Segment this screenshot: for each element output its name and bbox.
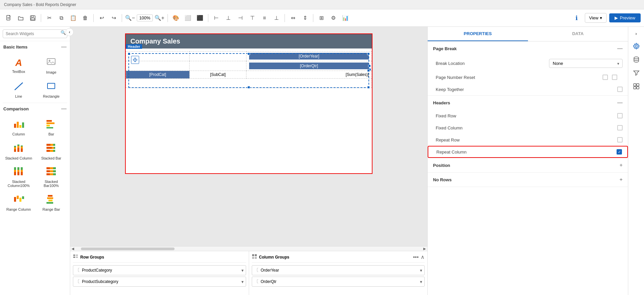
align-middle-btn[interactable]: ≡ <box>259 13 270 23</box>
data-tab-label: DATA <box>572 31 583 36</box>
svg-rect-26 <box>21 145 23 146</box>
scroll-left-btn[interactable]: ◀ <box>72 247 74 251</box>
undo-btn[interactable]: ↩ <box>96 13 107 23</box>
fixed-column-checkbox[interactable] <box>617 125 623 130</box>
data-source-btn[interactable]: 📊 <box>340 13 351 23</box>
col-group-2[interactable]: 〔 OrderQtr ▾ <box>252 277 425 287</box>
help-btn[interactable]: ℹ <box>571 13 582 23</box>
headers-collapse-btn[interactable]: — <box>617 100 623 106</box>
prodcat-cell[interactable]: [ProdCat] <box>126 71 190 79</box>
scroll-thumb[interactable] <box>81 248 175 250</box>
position-collapse-btn[interactable]: + <box>620 162 623 168</box>
layout-btn[interactable]: ⊞ <box>316 13 327 23</box>
page-break-collapse-btn[interactable]: — <box>617 45 623 52</box>
paste-btn[interactable]: 📋 <box>68 13 79 23</box>
move-handle[interactable] <box>131 56 139 64</box>
sumsales-cell[interactable]: [Sum(Sales)] <box>246 71 372 79</box>
widget-stacked-bar[interactable]: Stacked Bar <box>35 140 68 163</box>
col-groups-more-btn[interactable]: ••• <box>413 254 419 260</box>
break-location-select[interactable]: None Start End StartAndEnd <box>549 59 623 68</box>
far-right-format-btn[interactable] <box>630 80 642 92</box>
textbox-label: TextBox <box>12 70 25 74</box>
basic-items-collapse-btn[interactable]: — <box>61 44 67 50</box>
fit-page-btn[interactable]: ⬛ <box>195 13 205 23</box>
cut-btn[interactable]: ✂ <box>44 13 55 23</box>
widget-range-bar[interactable]: Range Bar <box>35 191 68 214</box>
row-group-2-dropdown-btn[interactable]: ▾ <box>241 279 244 284</box>
preview-btn[interactable]: ▶ Preview <box>609 13 641 22</box>
fit-width-btn[interactable]: ⬜ <box>183 13 193 23</box>
canvas-scroll[interactable]: Company Sales Header <box>70 27 427 246</box>
properties-tab[interactable]: PROPERTIES <box>428 27 528 41</box>
copy-btn[interactable]: ⧉ <box>56 13 67 23</box>
basic-items-label: Basic Items <box>3 44 27 50</box>
distribute-h-btn[interactable]: ⇔ <box>288 13 298 23</box>
far-right-filter-btn[interactable] <box>630 67 642 79</box>
widget-line[interactable]: Line <box>3 78 35 101</box>
sep5 <box>208 14 208 22</box>
h-scrollbar[interactable]: ◀ ▶ <box>70 246 427 251</box>
keep-together-checkbox[interactable] <box>617 87 623 92</box>
widget-stacked-column[interactable]: Stacked Column <box>3 140 35 163</box>
basic-items-section-header[interactable]: Basic Items — <box>0 41 70 53</box>
open-btn[interactable] <box>15 13 26 23</box>
svg-point-71 <box>634 57 639 59</box>
color-btn[interactable]: 🎨 <box>171 13 181 23</box>
search-input[interactable] <box>3 29 67 38</box>
save-btn[interactable] <box>27 13 38 23</box>
col-group-2-dropdown-btn[interactable]: ▾ <box>420 279 422 284</box>
widget-bar[interactable]: Bar <box>35 116 68 139</box>
align-center-btn[interactable]: ⊥ <box>223 13 234 23</box>
widget-stacked-column100[interactable]: Stacked Column100% <box>3 164 35 190</box>
svg-rect-75 <box>637 87 639 89</box>
row-group-1-dropdown-btn[interactable]: ▾ <box>241 268 244 273</box>
range-bar-label: Range Bar <box>42 207 60 211</box>
svg-rect-17 <box>46 127 53 128</box>
report-container: Company Sales Header <box>125 33 372 174</box>
zoom-in-btn[interactable]: 🔍+ <box>154 13 165 23</box>
page-number-reset-checkbox[interactable] <box>603 75 608 80</box>
col-group-2-label: OrderQtr <box>261 279 277 284</box>
widget-column[interactable]: Column <box>3 116 35 139</box>
align-bottom-btn[interactable]: ⊥ <box>271 13 282 23</box>
widget-rectangle[interactable]: Rectangle <box>35 78 68 101</box>
row-group-2[interactable]: 〔 ProductSubcategory ▾ <box>73 277 246 287</box>
repeat-column-checkbox[interactable]: ✓ <box>617 149 622 155</box>
align-top-btn[interactable]: ⊤ <box>247 13 258 23</box>
page-number-reset-checkbox-2[interactable] <box>612 75 617 80</box>
order-qtr-cell[interactable]: [OrderQtr] <box>249 63 369 69</box>
distribute-v-btn[interactable]: ⇕ <box>300 13 310 23</box>
col-group-1-dropdown-btn[interactable]: ▾ <box>420 268 422 273</box>
widget-image[interactable]: Image <box>35 54 68 77</box>
align-right-btn[interactable]: ⊣ <box>235 13 246 23</box>
repeat-row-row: Repeat Row <box>428 134 628 146</box>
cell-handle-2[interactable] <box>368 65 371 67</box>
redo-btn[interactable]: ↪ <box>108 13 119 23</box>
widget-textbox[interactable]: A TextBox <box>3 54 35 77</box>
delete-btn[interactable]: 🗑 <box>80 13 91 23</box>
widget-stacked-bar100[interactable]: Stacked Bar100% <box>35 164 68 190</box>
new-btn[interactable] <box>3 13 14 23</box>
fixed-row-checkbox[interactable] <box>617 113 623 118</box>
zoom-out-btn[interactable]: 🔍− <box>125 13 135 23</box>
far-right-settings-btn[interactable] <box>630 40 642 52</box>
svg-rect-22 <box>17 146 19 148</box>
data-tab[interactable]: DATA <box>528 27 628 41</box>
col-groups-collapse-btn[interactable]: ∧ <box>421 254 425 260</box>
far-right-data-btn[interactable] <box>630 54 642 66</box>
far-right-expand-btn[interactable]: › <box>632 29 640 37</box>
view-dropdown-btn[interactable]: View ▾ <box>585 13 607 23</box>
order-year-cell[interactable]: [OrderYear] <box>249 53 369 60</box>
repeat-row-checkbox[interactable] <box>617 137 623 142</box>
subcat-cell[interactable]: [SubCat] <box>190 71 246 79</box>
row-group-1[interactable]: 〔 ProductCategory ▾ <box>73 265 246 275</box>
col-group-1[interactable]: 〔 OrderYear ▾ <box>252 265 425 275</box>
scroll-right-btn[interactable]: ▶ <box>423 247 426 251</box>
align-left-btn[interactable]: ⊢ <box>211 13 222 23</box>
no-rows-collapse-btn[interactable]: + <box>620 177 623 183</box>
comparison-collapse-btn[interactable]: — <box>61 106 67 112</box>
design-btn[interactable]: ⚙ <box>328 13 339 23</box>
col-groups-header: Column Groups ••• ∧ <box>252 254 425 263</box>
widget-range-column[interactable]: Range Column <box>3 191 35 214</box>
comparison-section-header[interactable]: Comparison — <box>0 103 70 114</box>
